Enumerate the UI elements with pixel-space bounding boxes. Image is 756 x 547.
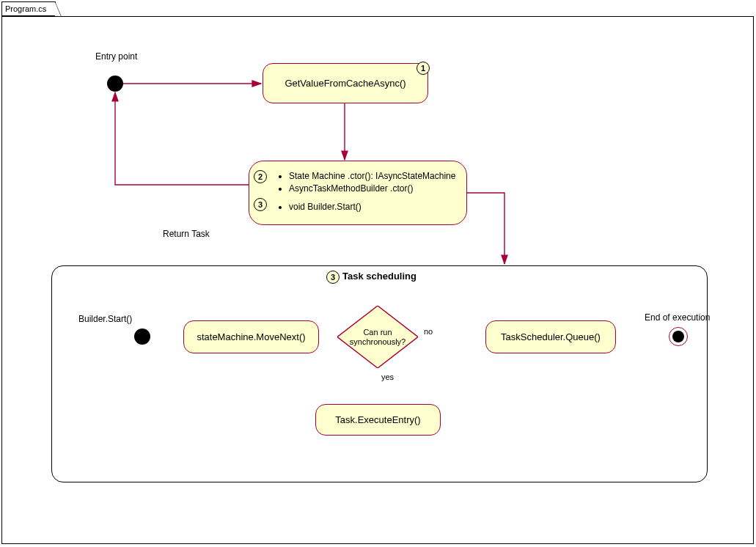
node-2-line2: AsyncTaskMethodBuilder .ctor() (289, 183, 458, 195)
node-getvaluefromcacheasync: GetValueFromCacheAsync() (263, 63, 428, 103)
node-2-list-top: State Machine .ctor(): IAsyncStateMachin… (289, 170, 458, 195)
node-taskscheduler-queue: TaskScheduler.Queue() (485, 320, 616, 353)
tab-label: Program.cs (2, 4, 46, 13)
node-1-text: GetValueFromCacheAsync() (285, 78, 405, 89)
decision-text: Can run synchronously? (337, 306, 418, 368)
decision-can-run-sync: Can run synchronously? (337, 306, 418, 368)
badge-3-frame: 3 (326, 271, 340, 284)
tab-program: Program.cs (1, 1, 56, 16)
frame-title: Task scheduling (342, 271, 416, 282)
start-node-inner (134, 328, 150, 345)
label-entry-point: Entry point (95, 51, 137, 62)
frame-task-scheduling: 3 Task scheduling (51, 265, 708, 482)
node-2-list-bottom: void Builder.Start() (289, 201, 458, 213)
label-end-of-execution: End of execution (645, 312, 710, 323)
node-2-line1: State Machine .ctor(): IAsyncStateMachin… (289, 170, 458, 183)
edge-label-no: no (424, 327, 433, 336)
node-task-executeentry: Task.ExecuteEntry() (315, 404, 441, 436)
node-queue-text: TaskScheduler.Queue() (501, 331, 601, 342)
node-executeentry-text: Task.ExecuteEntry() (335, 414, 420, 425)
badge-2: 2 (254, 170, 267, 183)
badge-3-node: 3 (254, 198, 267, 211)
label-return-task: Return Task (163, 229, 210, 239)
edge-label-yes: yes (381, 372, 394, 381)
node-2-line3: void Builder.Start() (289, 201, 458, 213)
node-movenext: stateMachine.MoveNext() (183, 320, 319, 353)
end-node (669, 327, 688, 346)
badge-1: 1 (416, 62, 430, 75)
node-statemachine-ctor: State Machine .ctor(): IAsyncStateMachin… (249, 161, 467, 225)
label-builder-start: Builder.Start() (78, 314, 132, 324)
node-movenext-text: stateMachine.MoveNext() (197, 331, 305, 342)
start-node-top (107, 76, 123, 92)
